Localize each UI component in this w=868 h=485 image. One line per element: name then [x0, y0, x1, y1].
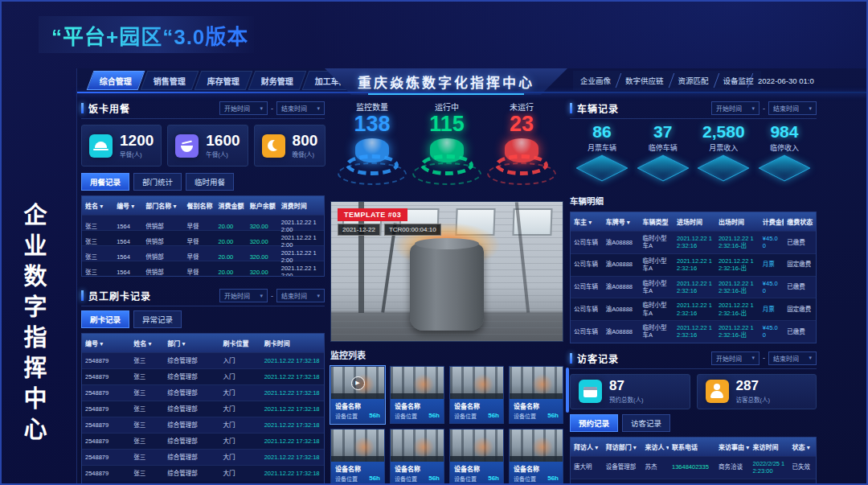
camera-card[interactable]: ▶ 设备名称 设备位置 56h	[509, 366, 563, 424]
table-row[interactable]: 唐大明设备管理部 苏杰13648402335 商务洽谈2022/2/25 12:…	[571, 456, 816, 479]
column-header[interactable]: 联系电话	[669, 438, 715, 456]
visitor-tab[interactable]: 预约记录	[570, 414, 618, 432]
end-time-select[interactable]: 结束时间▾	[276, 101, 325, 115]
camera-card[interactable]: ▶ 设备名称 设备位置 56h	[330, 429, 385, 485]
meal-tab[interactable]: 部门统计	[133, 173, 182, 191]
camera-card[interactable]: ▶ 设备名称 设备位置 56h	[390, 366, 444, 424]
device-location: 设备位置	[395, 475, 417, 483]
table-row[interactable]: 公司车辆渝A08888 临时小型车A2021.12.22 12:32:16 20…	[571, 298, 816, 320]
vehicle-stat-value: 37	[634, 122, 692, 142]
camera-card[interactable]: ▶ 设备名称 设备位置 56h	[449, 366, 504, 424]
column-header[interactable]: 姓名 ▾	[82, 196, 113, 215]
column-header[interactable]: 部门 ▾	[164, 334, 219, 352]
end-time-select[interactable]: 结束时间▾	[276, 289, 325, 302]
table-row[interactable]: 公司车辆渝A08888 临时小型车A2021.12.22 12:32:16 20…	[571, 276, 816, 298]
column-header[interactable]: 编号 ▾	[113, 196, 142, 215]
column-header[interactable]: 拜访部门 ▾	[603, 438, 642, 456]
table-row[interactable]: 2548879张三 综合管理部大门 2021.12.22 17:32:18	[82, 465, 324, 481]
column-header[interactable]: 来访时间	[750, 438, 789, 456]
meal-tab[interactable]: 用餐记录	[81, 173, 129, 191]
table-row[interactable]: 2548879张三 综合管理部大门 2021.12.22 17:32:18	[82, 401, 324, 417]
column-header[interactable]: 计费金额	[760, 212, 784, 231]
column-header[interactable]: 车牌号 ▾	[603, 212, 640, 231]
column-header[interactable]: 消费金额	[215, 196, 247, 215]
column-header[interactable]: 缴费状态	[784, 212, 816, 231]
device-hours: 56h	[547, 412, 559, 420]
column-header[interactable]: 消费时间	[278, 196, 324, 215]
pedestal-graphic	[487, 138, 556, 185]
visitor-stat-label: 访客总数(人)	[736, 395, 771, 404]
module-tab[interactable]: 库存管理	[194, 71, 253, 90]
end-time-select[interactable]: 结束时间▾	[768, 351, 817, 365]
camera-card[interactable]: ▶ 设备名称 设备位置 56h	[449, 429, 504, 485]
table-row[interactable]: 唐大明设备管理部 苏杰13648402335 商务洽谈2022/2/25 12:…	[571, 479, 816, 485]
monitor-stat-value: 23	[485, 113, 559, 137]
meal-stat-cards: 1200 早餐(人) 1600 午餐(人) 800 晚餐(人)	[81, 125, 325, 166]
column-header[interactable]: 刷卡位置	[220, 334, 261, 352]
camera-card[interactable]: ▶ 设备名称 设备位置 56h	[509, 429, 563, 485]
column-header[interactable]: 出场时间	[715, 212, 760, 231]
module-tab[interactable]: 综合管理	[87, 71, 145, 90]
visitor-tab[interactable]: 访客记录	[622, 414, 670, 432]
table-row[interactable]: 张三1564 供销部早餐 20.00320.00 2021.12.22 12:0…	[82, 215, 324, 230]
column-header[interactable]: 账户余额	[247, 196, 278, 215]
column-header[interactable]: 车辆类型	[639, 212, 674, 231]
column-header[interactable]: 餐别名称	[183, 196, 215, 215]
column-header[interactable]: 编号 ▾	[82, 334, 130, 352]
table-row[interactable]: 2548879张三 综合管理部大门 2021.12.22 17:32:18	[82, 384, 324, 401]
column-header[interactable]: 姓名 ▾	[130, 334, 164, 352]
view-tab[interactable]: 资源匹配	[671, 71, 716, 90]
device-hours: 56h	[488, 475, 499, 483]
scrollbar[interactable]	[566, 368, 569, 413]
column-header[interactable]: 进场时间	[674, 212, 715, 231]
column-header[interactable]: 状态 ▾	[788, 438, 816, 456]
visitor-stat-value: 87	[609, 379, 644, 393]
meal-stat-value: 1200	[120, 133, 154, 149]
swipe-tab[interactable]: 异常记录	[133, 310, 182, 328]
column-header[interactable]: 拜访人 ▾	[571, 438, 603, 456]
start-time-select[interactable]: 开始时间▾	[711, 101, 760, 115]
table-row[interactable]: 公司车辆渝A08888 临时小型车A2021.12.22 12:32:16 20…	[571, 231, 816, 253]
view-tab[interactable]: 企业画像	[573, 71, 618, 90]
column-header[interactable]: 刷卡时间	[261, 334, 324, 352]
visitor-stat-card: 287 访客总数(人)	[697, 374, 817, 409]
visitor-stat-cards: 87 预约总数(人) 287 访客总数(人)	[570, 374, 817, 409]
meal-tab[interactable]: 临时用餐	[186, 173, 234, 191]
start-time-select[interactable]: 开始时间▾	[219, 101, 268, 115]
table-row[interactable]: 2548879张三 综合管理部入门 2021.12.22 17:32:18	[82, 368, 324, 384]
camera-card[interactable]: ▶ 设备名称 设备位置 56h	[330, 366, 385, 424]
column-header[interactable]: 来访事由 ▾	[715, 438, 750, 456]
filter-separator: -	[271, 292, 273, 300]
table-row[interactable]: 公司车辆渝A08888 临时小型车A2021.12.22 12:32:16 20…	[571, 320, 816, 343]
table-row[interactable]: 2548879张三 综合管理部大门 2021.12.22 17:32:18	[82, 449, 324, 465]
camera-grid-wrap: ▶ 设备名称 设备位置 56h ▶	[330, 366, 563, 485]
swipe-tab[interactable]: 刷卡记录	[81, 310, 129, 328]
table-row[interactable]: 2548879张三 综合管理部大门 2021.12.22 17:32:18	[82, 417, 324, 433]
visitor-panel-title: 访客记录	[577, 351, 619, 365]
end-time-select[interactable]: 结束时间▾	[768, 101, 817, 115]
column-header[interactable]: 部门名称 ▾	[142, 196, 183, 215]
view-tab[interactable]: 数字供应链	[618, 71, 671, 90]
meal-stat-label: 午餐(人)	[206, 150, 240, 158]
module-tab[interactable]: 财务管理	[248, 71, 307, 90]
play-icon[interactable]: ▶	[331, 367, 384, 399]
furnace	[410, 244, 484, 331]
camera-thumbnail: ▶	[391, 367, 444, 399]
camera-card[interactable]: ▶ 设备名称 设备位置 56h	[390, 429, 444, 485]
start-time-select[interactable]: 开始时间▾	[219, 289, 268, 302]
chevron-down-icon: ▾	[751, 355, 755, 361]
table-row[interactable]: 公司车辆渝A08888 临时小型车A2021.12.22 12:32:16 20…	[571, 253, 816, 276]
filter-separator: -	[271, 105, 273, 113]
cctv-video-feed[interactable]: TEMPLATE #03 2021-12-22 TCR00:00:04:10	[330, 201, 563, 342]
camera-grid: ▶ 设备名称 设备位置 56h ▶	[330, 366, 563, 485]
swipe-panel-header: 员工刷卡记录 开始时间▾ - 结束时间▾	[81, 286, 325, 306]
module-tab[interactable]: 销售管理	[141, 71, 199, 90]
table-row[interactable]: 2548879张三 综合管理部大门 2021.12.22 17:32:18	[82, 433, 324, 449]
column-header[interactable]: 来访人 ▾	[641, 438, 669, 456]
start-time-select[interactable]: 开始时间▾	[711, 351, 760, 365]
vehicle-stat-label: 临停收入	[755, 142, 813, 153]
column-header[interactable]: 车主 ▾	[571, 212, 603, 231]
table-row[interactable]: 2548879张三 综合管理部入门 2021.12.22 17:32:18	[82, 352, 324, 368]
swipe-panel-title: 员工刷卡记录	[88, 289, 151, 302]
device-name: 设备名称	[335, 464, 380, 473]
